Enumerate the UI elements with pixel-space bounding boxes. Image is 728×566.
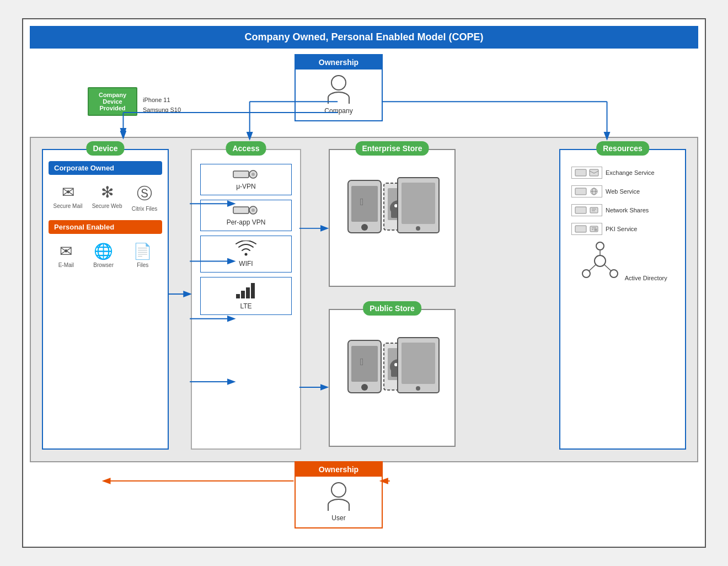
citrix-files-icon: Ⓢ — [132, 183, 158, 204]
svg-point-36 — [416, 386, 420, 391]
corporate-section: Corporate Owned — [49, 161, 162, 175]
web-service-item: Web Service — [571, 185, 674, 197]
access-panel-label: Access — [226, 141, 266, 156]
device-labels: iPhone 11 Samsung S10 — [143, 95, 181, 115]
svg-rect-38 — [590, 169, 598, 176]
svg-point-2 — [251, 173, 255, 176]
network-shares-item: Network Shares — [571, 204, 674, 216]
svg-point-57 — [610, 270, 618, 277]
perapp-vpn-label: Per-app VPN — [227, 218, 266, 226]
secure-mail-icon-item: ✉ Secure Mail — [53, 183, 83, 212]
wifi-icon — [205, 241, 287, 260]
svg-rect-3 — [233, 207, 249, 213]
ownership-user-box: Ownership User — [295, 461, 383, 528]
enterprise-store-label: Enterprise Store — [356, 141, 429, 156]
svg-line-58 — [604, 265, 611, 271]
public-store-label: Public Store — [363, 301, 421, 316]
svg-rect-12 — [351, 186, 378, 222]
email-icon: ✉ — [58, 242, 74, 260]
svg-rect-25 — [351, 346, 378, 382]
access-lte: LTE — [200, 277, 292, 315]
secure-web-icon: ✻ — [92, 183, 122, 201]
svg-rect-35 — [402, 343, 435, 384]
wifi-label: WIFI — [239, 260, 253, 268]
secure-mail-icon: ✉ — [53, 183, 83, 201]
secure-web-icon-item: ✻ Secure Web — [92, 183, 122, 212]
ownership-company-body: Company — [296, 70, 382, 120]
web-service-label: Web Service — [606, 188, 640, 195]
svg-rect-7 — [236, 294, 240, 298]
svg-point-55 — [582, 270, 590, 277]
user-head — [331, 482, 346, 498]
svg-rect-44 — [590, 207, 598, 213]
panel-device: Device Corporate Owned ✉ Secure Mail ✻ S… — [42, 149, 169, 450]
main-area: Ownership Company Company Device Provide… — [30, 54, 698, 528]
enterprise-store-graphic:  — [330, 167, 454, 249]
network-shares-label: Network Shares — [606, 207, 649, 213]
email-icon-item: ✉ E-Mail — [58, 242, 74, 268]
perapp-vpn-icon — [205, 205, 287, 218]
panel-enterprise: Enterprise Store  — [329, 149, 456, 287]
company-label: Company — [301, 107, 376, 115]
active-directory-item: Active Directory — [566, 242, 679, 282]
user-label: User — [301, 514, 376, 522]
ownership-company-title: Ownership — [296, 55, 382, 70]
svg-rect-10 — [251, 283, 255, 298]
exchange-service-label: Exchange Service — [606, 169, 655, 176]
svg-rect-9 — [246, 287, 250, 298]
svg-rect-39 — [575, 188, 586, 195]
title-bar: Company Owned, Personal Enabled Model (C… — [30, 26, 698, 49]
ownership-company-box: Ownership Company — [295, 54, 383, 121]
svg-text::  — [360, 356, 364, 367]
person-body — [328, 92, 350, 104]
exchange-service-item: Exchange Service — [571, 167, 674, 179]
resources-panel-label: Resources — [596, 141, 649, 156]
uvpn-icon — [205, 169, 287, 183]
svg-point-23 — [416, 226, 420, 231]
personal-icons-row: ✉ E-Mail 🌐 Browser 📄 Files — [43, 234, 168, 276]
svg-text::  — [360, 196, 364, 207]
svg-rect-8 — [241, 291, 245, 298]
svg-point-13 — [361, 224, 368, 231]
files-icon-item: 📄 Files — [133, 242, 152, 268]
main-container: Device Corporate Owned ✉ Secure Mail ✻ S… — [30, 137, 698, 462]
browser-icon: 🌐 — [93, 242, 114, 260]
svg-rect-37 — [575, 169, 586, 176]
panel-public: Public Store  — [329, 309, 456, 447]
svg-point-5 — [251, 209, 255, 212]
ownership-user-body: User — [296, 477, 382, 527]
user-body — [328, 499, 350, 511]
company-person-icon — [301, 75, 376, 104]
lte-label: LTE — [240, 302, 251, 310]
svg-line-56 — [589, 265, 596, 271]
active-directory-label: Active Directory — [625, 275, 667, 281]
pki-service-item: PKI Service — [571, 223, 674, 235]
device-provided-box: Company Device Provided — [88, 87, 137, 116]
files-icon: 📄 — [133, 242, 152, 260]
svg-point-53 — [596, 242, 604, 250]
pki-service-label: PKI Service — [606, 226, 637, 232]
svg-rect-43 — [575, 207, 586, 213]
svg-rect-0 — [233, 171, 249, 178]
citrix-files-icon-item: Ⓢ Citrix Files — [132, 183, 158, 212]
ownership-user-title: Ownership — [296, 462, 382, 477]
person-head — [331, 75, 346, 90]
personal-section: Personal Enabled — [49, 220, 162, 234]
svg-rect-22 — [402, 183, 435, 224]
access-uvpn: μ-VPN — [200, 164, 292, 195]
uvpn-label: μ-VPN — [236, 183, 256, 190]
access-perapp-vpn: Per-app VPN — [200, 200, 292, 231]
user-person-icon — [301, 482, 376, 511]
public-store-graphic:  — [330, 327, 454, 409]
corporate-icons-row: ✉ Secure Mail ✻ Secure Web Ⓢ Citrix File… — [43, 175, 168, 220]
svg-point-6 — [245, 253, 248, 256]
svg-rect-47 — [575, 226, 586, 232]
panel-access: Access μ-VPN — [191, 149, 301, 450]
lte-icon — [205, 282, 287, 302]
browser-icon-item: 🌐 Browser — [93, 242, 114, 268]
access-wifi: WIFI — [200, 236, 292, 273]
diagram-wrapper: Company Owned, Personal Enabled Model (C… — [22, 18, 706, 548]
svg-point-52 — [595, 255, 606, 266]
device-panel-label: Device — [86, 141, 124, 156]
panel-resources: Resources Exchange Service — [559, 149, 686, 450]
